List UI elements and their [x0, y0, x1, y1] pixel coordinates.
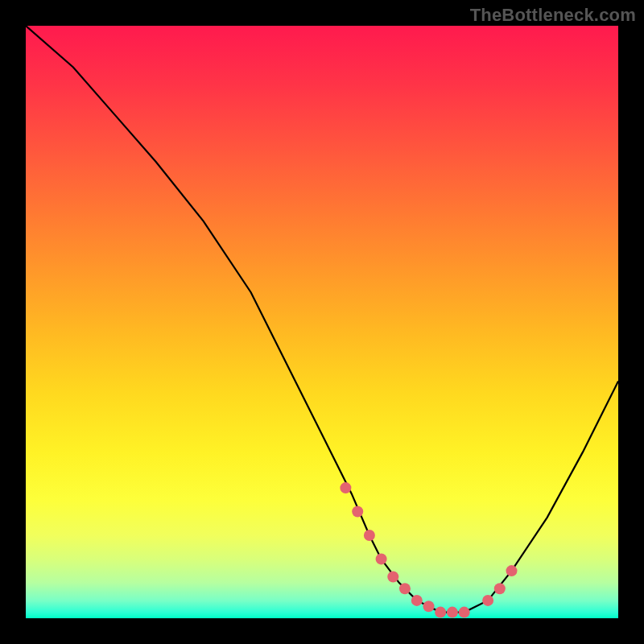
plot-area — [26, 26, 618, 618]
highlight-dot — [482, 595, 493, 606]
highlight-dot — [459, 607, 470, 618]
highlight-dots-group — [340, 482, 517, 618]
highlight-dot — [423, 601, 435, 612]
chart-frame: TheBottleneck.com — [0, 0, 644, 644]
highlight-dot — [506, 565, 518, 576]
highlight-dot — [364, 530, 375, 541]
highlight-dot — [411, 595, 423, 606]
highlight-dot — [399, 583, 411, 594]
highlight-dot — [435, 607, 446, 618]
highlight-dot — [494, 583, 506, 594]
highlight-dot — [387, 572, 398, 583]
highlight-dot — [340, 482, 351, 493]
highlight-dot — [447, 607, 458, 618]
curve-layer — [26, 26, 618, 618]
bottleneck-curve — [26, 26, 618, 613]
highlight-dot — [352, 506, 363, 518]
highlight-dot — [376, 553, 387, 564]
watermark-text: TheBottleneck.com — [470, 5, 636, 26]
